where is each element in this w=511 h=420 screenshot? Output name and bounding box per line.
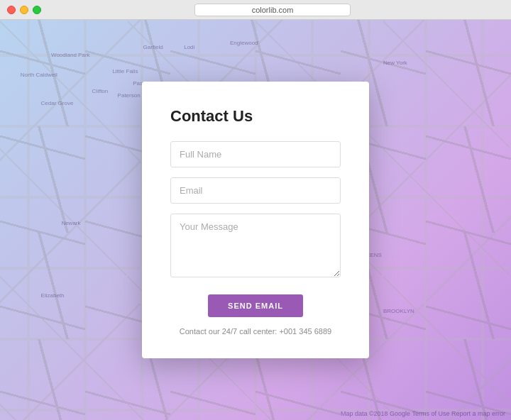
modal-title: Contact Us	[170, 107, 341, 126]
email-input[interactable]	[170, 177, 341, 204]
url-text: colorlib.com	[252, 6, 294, 14]
address-bar: colorlib.com	[41, 4, 504, 16]
message-textarea[interactable]	[170, 214, 341, 277]
message-group	[170, 214, 341, 280]
traffic-lights	[7, 6, 41, 14]
send-email-button[interactable]: SEND EMAIL	[208, 294, 303, 317]
full-name-input[interactable]	[170, 141, 341, 167]
url-input[interactable]: colorlib.com	[194, 4, 351, 16]
window-chrome: colorlib.com	[0, 0, 511, 20]
contact-modal: Contact Us SEND EMAIL Contact our 24/7 c…	[142, 82, 369, 358]
contact-footer: Contact our 24/7 call center: +001 345 6…	[170, 327, 341, 336]
map-attribution: Map data ©2018 Google Terms of Use Repor…	[341, 410, 505, 417]
close-button[interactable]	[7, 6, 16, 14]
footer-text: Contact our 24/7 call center: +001 345 6…	[180, 327, 331, 336]
full-name-group	[170, 141, 341, 167]
minimize-button[interactable]	[20, 6, 28, 14]
email-group	[170, 177, 341, 204]
maximize-button[interactable]	[33, 6, 41, 14]
modal-overlay: Contact Us SEND EMAIL Contact our 24/7 c…	[0, 20, 511, 420]
